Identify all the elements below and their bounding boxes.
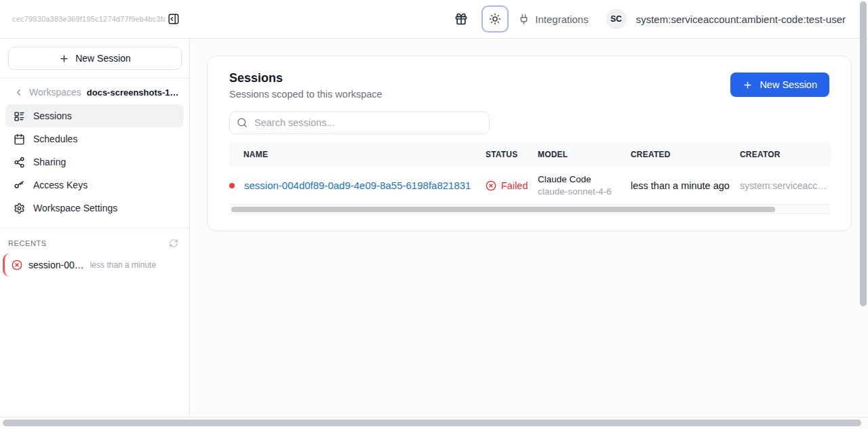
plus-icon bbox=[743, 80, 753, 90]
key-icon bbox=[14, 180, 25, 191]
sessions-card-titles: Sessions Sessions scoped to this workspa… bbox=[229, 71, 382, 100]
table-header-row: NAME STATUS MODEL CREATED CREATOR bbox=[229, 142, 831, 167]
sidebar-item-sharing[interactable]: Sharing bbox=[5, 150, 184, 173]
calendar-icon bbox=[14, 134, 25, 145]
sidebar-header: cec79930a383e369f195c1274d77f9eb4bc3fa19 bbox=[0, 0, 190, 38]
column-header-model: MODEL bbox=[538, 150, 631, 159]
session-status-cell: Failed bbox=[486, 180, 538, 191]
gift-button[interactable] bbox=[450, 8, 472, 30]
table-row: session-004d0f89-0ad9-4e09-8a55-6198fa82… bbox=[229, 167, 831, 205]
page-title: Sessions bbox=[229, 71, 382, 85]
username: system:serviceaccount:ambient-code:test-… bbox=[636, 14, 846, 25]
sidebar: New Session Workspaces docs-screenshots-… bbox=[0, 39, 190, 417]
sessions-card-header: Sessions Sessions scoped to this workspa… bbox=[208, 56, 851, 100]
page-horizontal-scrollbar[interactable] bbox=[0, 417, 868, 429]
session-model-cell: Claude Code claude-sonnet-4-6 bbox=[538, 174, 631, 197]
gift-icon bbox=[454, 12, 468, 26]
page-vertical-scrollbar[interactable] bbox=[859, 0, 868, 417]
plug-icon bbox=[518, 14, 530, 25]
main-content: Sessions Sessions scoped to this workspa… bbox=[191, 39, 868, 417]
sun-icon bbox=[489, 13, 501, 25]
workspaces-back-button[interactable] bbox=[14, 87, 24, 98]
page-horizontal-scrollbar-thumb[interactable] bbox=[3, 420, 861, 426]
sidebar-item-schedules[interactable]: Schedules bbox=[5, 127, 184, 150]
panel-collapse-icon bbox=[167, 13, 180, 25]
recents-header: RECENTS bbox=[0, 228, 189, 253]
sessions-table: NAME STATUS MODEL CREATED CREATOR sessio… bbox=[229, 142, 831, 205]
sidebar-item-label: Sessions bbox=[33, 110, 72, 121]
model-id: claude-sonnet-4-6 bbox=[538, 186, 631, 197]
sidebar-item-label: Schedules bbox=[33, 134, 77, 144]
recents-refresh-button[interactable] bbox=[169, 239, 178, 248]
recent-session-time: less than a minute bbox=[90, 260, 156, 270]
search-icon bbox=[237, 117, 248, 128]
sidebar-item-sessions[interactable]: Sessions bbox=[5, 104, 184, 127]
page-vertical-scrollbar-thumb[interactable] bbox=[860, 1, 867, 306]
integrations-label: Integrations bbox=[535, 14, 588, 25]
column-header-created: CREATED bbox=[631, 150, 740, 159]
session-created-cell: less than a minute ago bbox=[631, 180, 740, 191]
header-toolbar: Integrations SC system:serviceaccount:am… bbox=[190, 5, 868, 33]
page-subtitle: Sessions scoped to this workspace bbox=[229, 89, 382, 100]
sidebar-new-session-label: New Session bbox=[75, 53, 131, 64]
search-input[interactable] bbox=[229, 111, 490, 134]
sidebar-item-access-keys[interactable]: Access Keys bbox=[5, 173, 184, 197]
new-session-label: New Session bbox=[760, 79, 817, 90]
model-display-name: Claude Code bbox=[538, 174, 631, 184]
column-header-name: NAME bbox=[229, 150, 486, 159]
recent-session-name: session-00… bbox=[28, 260, 84, 270]
refresh-icon bbox=[169, 239, 178, 248]
sidebar-new-session-button[interactable]: New Session bbox=[8, 47, 182, 70]
status-dot-icon bbox=[229, 183, 235, 188]
recents-label: RECENTS bbox=[8, 239, 47, 247]
sidebar-collapse-button[interactable] bbox=[167, 12, 180, 26]
workspace-name: docs-screenshots-17… bbox=[87, 87, 181, 98]
sidebar-nav: Sessions Schedules Sharing bbox=[0, 103, 189, 220]
sidebar-item-workspace-settings[interactable]: Workspace Settings bbox=[5, 197, 184, 220]
search-container bbox=[229, 111, 490, 134]
sessions-card: Sessions Sessions scoped to this workspa… bbox=[207, 56, 852, 231]
failed-status-icon bbox=[486, 180, 496, 191]
status-text: Failed bbox=[501, 180, 528, 191]
theme-toggle-button[interactable] bbox=[481, 5, 509, 33]
workspaces-label[interactable]: Workspaces bbox=[29, 87, 81, 98]
gear-icon bbox=[14, 203, 25, 214]
table-horizontal-scrollbar[interactable] bbox=[229, 205, 831, 214]
integrations-button[interactable]: Integrations bbox=[518, 14, 588, 25]
share-icon bbox=[14, 157, 25, 168]
session-name-cell: session-004d0f89-0ad9-4e09-8a55-6198fa82… bbox=[229, 180, 486, 191]
sessions-list-icon bbox=[14, 110, 25, 122]
workspace-switcher: Workspaces docs-screenshots-17… bbox=[0, 79, 189, 103]
plus-icon bbox=[59, 54, 69, 64]
chevron-left-icon bbox=[14, 87, 24, 98]
sidebar-item-label: Sharing bbox=[33, 157, 66, 167]
sidebar-item-label: Workspace Settings bbox=[33, 203, 117, 213]
table-scrollbar-thumb[interactable] bbox=[231, 207, 775, 212]
sidebar-item-label: Access Keys bbox=[33, 180, 87, 190]
avatar-initials: SC bbox=[610, 14, 622, 24]
workspace-hash: cec79930a383e369f195c1274d77f9eb4bc3fa19 bbox=[12, 15, 165, 23]
top-header: cec79930a383e369f195c1274d77f9eb4bc3fa19 bbox=[0, 0, 868, 39]
status-badge: Failed bbox=[486, 180, 538, 191]
session-creator-cell: system:serviceacco… bbox=[740, 180, 831, 191]
avatar[interactable]: SC bbox=[606, 9, 627, 29]
new-session-button[interactable]: New Session bbox=[730, 73, 829, 97]
column-header-creator: CREATOR bbox=[740, 150, 831, 159]
column-header-status: STATUS bbox=[486, 150, 538, 159]
failed-status-icon bbox=[12, 260, 22, 270]
recent-session-item[interactable]: session-00… less than a minute bbox=[3, 253, 184, 277]
session-link[interactable]: session-004d0f89-0ad9-4e09-8a55-6198fa82… bbox=[244, 180, 471, 191]
